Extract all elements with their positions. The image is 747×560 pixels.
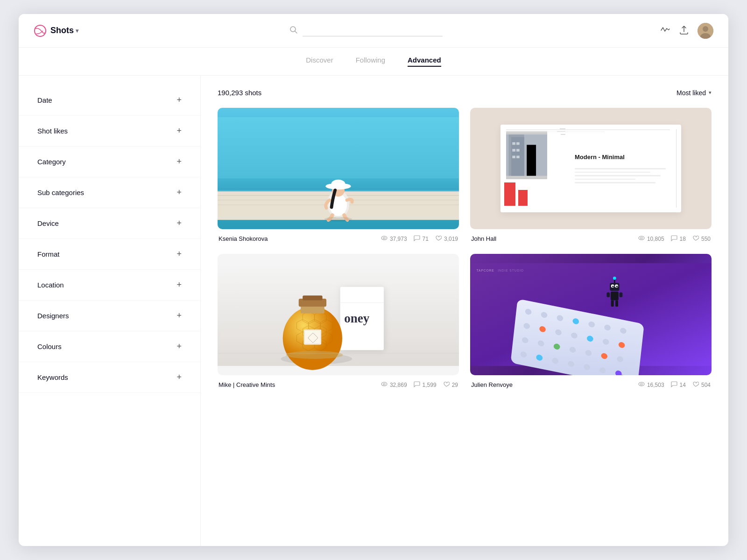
stat-views-4: 16,503 [638,381,664,389]
svg-point-47 [383,383,385,385]
svg-rect-91 [611,300,614,307]
svg-point-16 [324,217,352,221]
filter-format-expand-icon: + [176,249,182,259]
svg-rect-25 [512,149,515,152]
shot-author-4: Julien Renvoye [471,381,513,388]
likes-count-2: 550 [701,236,711,242]
shots-grid: Ksenia Shokorova 37,973 [218,108,712,389]
logo-text: Shots [50,26,74,35]
shots-count: 190,293 shots [218,89,261,97]
filter-date-expand-icon: + [176,95,182,105]
filter-shot-likes[interactable]: Shot likes + [19,116,200,147]
stat-comments-3: 1,599 [414,381,437,389]
comment-icon-3 [414,381,420,389]
comments-count-1: 71 [423,236,429,242]
svg-point-93 [639,382,644,386]
activity-icon[interactable] [660,25,670,37]
filter-keywords[interactable]: Keywords + [19,362,200,393]
filter-sub-categories[interactable]: Sub categories + [19,177,200,208]
svg-rect-27 [512,156,515,159]
upload-icon[interactable] [679,25,689,37]
svg-point-29 [639,236,644,240]
search-input[interactable] [303,25,443,36]
svg-point-82 [613,277,616,280]
shot-author-1: Ksenia Shokorova [218,235,268,242]
stat-likes-1: 3,019 [435,235,458,243]
filter-date-label: Date [37,96,52,104]
shot-thumbnail-1 [218,108,459,229]
tab-discover[interactable]: Discover [306,56,333,67]
nav-tabs: Discover Following Advanced [19,48,728,76]
sort-button[interactable]: Most liked ▾ [677,89,712,97]
shot-card-1[interactable]: Ksenia Shokorova 37,973 [218,108,459,243]
svg-rect-92 [615,300,618,307]
eye-icon-4 [638,381,645,389]
heart-icon-2 [692,235,699,243]
svg-rect-23 [512,142,515,145]
svg-point-1 [290,27,296,32]
sort-chevron-icon: ▾ [709,90,712,96]
svg-text:TAPCORE: TAPCORE [477,269,494,272]
svg-rect-90 [620,293,623,297]
shot-card-3[interactable]: oney [218,254,459,389]
filter-category-expand-icon: + [176,157,182,167]
logo-icon [34,24,47,37]
svg-point-3 [703,26,708,32]
filter-colours-label: Colours [37,343,62,350]
header-right [660,23,713,39]
heart-icon-3 [443,381,450,389]
logo-area[interactable]: Shots ▾ [34,24,78,37]
stat-views-3: 32,869 [381,381,407,389]
sort-label: Most liked [677,89,706,97]
avatar[interactable] [698,23,713,39]
svg-point-18 [383,237,385,239]
modern-left [500,125,569,212]
filter-designers-expand-icon: + [176,311,182,321]
svg-rect-28 [516,156,520,159]
modern-right: Modern - Minimal [569,125,681,212]
eye-icon-3 [381,381,388,389]
comments-count-4: 14 [680,382,686,388]
svg-rect-24 [516,142,520,145]
shot-meta-1: Ksenia Shokorova 37,973 [218,235,459,243]
shot-author-3: Mike | Creative Mints [218,381,275,388]
stat-views-1: 37,973 [381,235,407,243]
filter-location[interactable]: Location + [19,270,200,301]
filter-sub-categories-expand-icon: + [176,188,182,197]
filter-category[interactable]: Category + [19,147,200,177]
content-area: 190,293 shots Most liked ▾ [201,76,728,546]
sidebar: Date + Shot likes + Category + Sub categ… [19,76,201,546]
shots-chevron-icon: ▾ [76,28,78,34]
filter-format-label: Format [37,250,60,258]
building-image [506,131,547,179]
filter-date[interactable]: Date + [19,85,200,116]
svg-rect-22 [508,135,524,176]
stat-likes-2: 550 [692,235,711,243]
stat-likes-4: 504 [692,381,711,389]
modern-card: Modern - Minimal [500,125,682,212]
tab-advanced[interactable]: Advanced [408,56,441,67]
tab-following[interactable]: Following [356,56,385,67]
svg-point-0 [35,25,46,36]
modern-illustration: Modern - Minimal [470,108,712,229]
shot-card-2[interactable]: Modern - Minimal [470,108,712,243]
filter-location-label: Location [37,281,64,289]
filter-keywords-expand-icon: + [176,372,182,382]
main-content: Date + Shot likes + Category + Sub categ… [19,76,728,546]
filter-designers[interactable]: Designers + [19,301,200,331]
filter-device[interactable]: Device + [19,208,200,239]
svg-rect-21 [527,145,536,176]
comment-icon-1 [414,235,420,243]
filter-colours[interactable]: Colours + [19,331,200,362]
filter-designers-label: Designers [37,312,69,320]
comment-icon-4 [671,381,677,389]
views-count-3: 32,869 [390,382,407,388]
eye-icon-2 [638,235,645,243]
shot-card-4[interactable]: TAPCORE INDIE STUDIO [470,254,712,389]
content-header: 190,293 shots Most liked ▾ [218,89,712,97]
svg-rect-26 [516,149,520,152]
stat-comments-2: 18 [671,235,686,243]
filter-keywords-label: Keywords [37,373,68,381]
filter-format[interactable]: Format + [19,239,200,270]
stat-comments-4: 14 [671,381,686,389]
